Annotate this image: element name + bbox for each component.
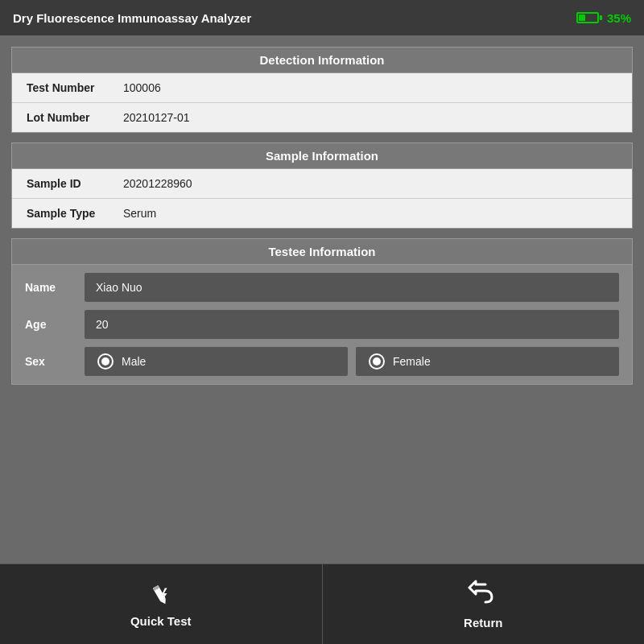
battery-icon (576, 12, 602, 23)
sample-id-value: 20201228960 (123, 177, 192, 190)
testee-section: Testee Information Name Xiao Nuo Age 20 … (11, 238, 633, 385)
return-label: Return (464, 616, 502, 630)
detection-section-title: Detection Information (12, 47, 632, 73)
name-value: Xiao Nuo (96, 281, 142, 294)
app-title: Dry Fluorescence Immunoassay Analyzer (13, 11, 251, 25)
testee-section-title: Testee Information (12, 239, 632, 265)
sample-id-row: Sample ID 20201228960 (12, 169, 632, 199)
bottom-bar: Quick Test Return (0, 564, 644, 644)
sex-options: Male Female (85, 347, 619, 376)
main-content: Detection Information Test Number 100006… (0, 35, 644, 564)
battery-tip (600, 15, 602, 20)
battery-percent: 35% (607, 11, 631, 25)
test-number-label: Test Number (27, 81, 123, 94)
sample-section-body: Sample ID 20201228960 Sample Type Serum (12, 169, 632, 228)
header: Dry Fluorescence Immunoassay Analyzer 35… (0, 0, 644, 35)
female-option[interactable]: Female (356, 347, 619, 376)
lot-number-label: Lot Number (27, 111, 123, 124)
sample-type-label: Sample Type (27, 207, 123, 220)
detection-section-body: Test Number 100006 Lot Number 20210127-0… (12, 73, 632, 132)
testee-section-body: Name Xiao Nuo Age 20 Sex (12, 265, 632, 384)
sex-label: Sex (25, 355, 73, 368)
sample-type-row: Sample Type Serum (12, 199, 632, 228)
battery-body (576, 12, 599, 23)
sample-section: Sample Information Sample ID 20201228960… (11, 142, 633, 229)
lot-number-value: 20210127-01 (123, 111, 190, 124)
quick-test-icon (147, 580, 175, 609)
sample-id-label: Sample ID (27, 177, 123, 190)
sample-type-value: Serum (123, 207, 156, 220)
male-option[interactable]: Male (85, 347, 348, 376)
female-label: Female (393, 355, 431, 368)
age-value: 20 (96, 318, 109, 331)
female-radio-inner (373, 357, 381, 365)
age-label: Age (25, 318, 73, 331)
female-radio[interactable] (369, 353, 385, 369)
name-input[interactable]: Xiao Nuo (85, 273, 619, 302)
sex-row: Sex Male Female (25, 347, 619, 376)
battery-area: 35% (576, 11, 631, 25)
male-label: Male (122, 355, 146, 368)
quick-test-label: Quick Test (130, 614, 192, 628)
return-icon (468, 580, 498, 611)
name-label: Name (25, 281, 73, 294)
battery-fill (579, 14, 585, 21)
sample-section-title: Sample Information (12, 143, 632, 169)
male-radio[interactable] (97, 353, 114, 369)
quick-test-button[interactable]: Quick Test (0, 564, 323, 644)
return-svg (468, 580, 498, 605)
male-radio-inner (101, 357, 109, 365)
return-button[interactable]: Return (323, 564, 645, 644)
detection-section: Detection Information Test Number 100006… (11, 47, 633, 133)
quick-test-svg (147, 580, 175, 610)
test-number-value: 100006 (123, 81, 161, 94)
name-row: Name Xiao Nuo (25, 273, 619, 302)
test-number-row: Test Number 100006 (12, 73, 632, 103)
age-row: Age 20 (25, 310, 619, 339)
age-input[interactable]: 20 (85, 310, 619, 339)
lot-number-row: Lot Number 20210127-01 (12, 103, 632, 132)
